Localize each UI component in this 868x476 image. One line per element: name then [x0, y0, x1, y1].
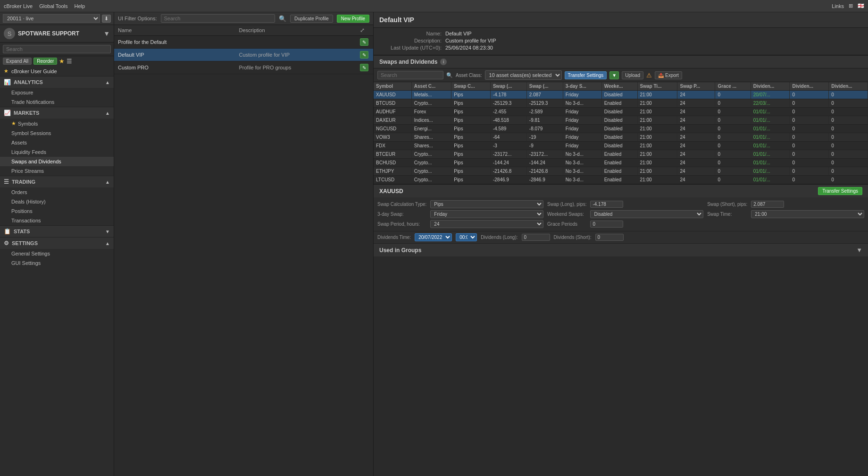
swaps-cell: Pips: [451, 125, 491, 133]
edit-btn-default[interactable]: ✎: [360, 38, 368, 46]
div-date-link[interactable]: 01/01/...: [753, 118, 770, 123]
sidebar-item-exposure[interactable]: Exposure: [0, 88, 114, 97]
swaps-row[interactable]: BCHUSDCrypto...Pips-144.24-144.24No 3-d.…: [374, 159, 868, 167]
sidebar-section-analytics[interactable]: 📊 ANALYTICS ▲: [0, 76, 114, 88]
sidebar-item-assets[interactable]: Assets: [0, 138, 114, 147]
swaps-row[interactable]: FDXShares...Pips-3-9FridayDisabled21:002…: [374, 142, 868, 150]
swaps-row[interactable]: DAXEURIndices...Pips-48.518-9.81FridayDi…: [374, 116, 868, 125]
grid-icon[interactable]: ⊞: [849, 3, 853, 9]
div-date-link[interactable]: 01/01/...: [753, 177, 770, 182]
div-date-link[interactable]: 01/01/...: [753, 135, 770, 140]
swaps-cell: 01/01/...: [751, 116, 790, 125]
sidebar-item-transactions[interactable]: Transactions: [0, 216, 114, 225]
account-select[interactable]: 20011 · live: [3, 14, 100, 23]
swaps-cell: 0: [829, 91, 868, 99]
weekend-swaps-select[interactable]: Disabled: [590, 210, 703, 218]
swaps-row[interactable]: BTCUSDCrypto...Pips-25129.3-25129.3No 3-…: [374, 99, 868, 108]
symbol-transfer-btn[interactable]: Transfer Settings: [818, 187, 862, 195]
swap-time-select[interactable]: 21:00: [751, 210, 864, 218]
asset-class-select[interactable]: 10 asset class(es) selected: [485, 70, 562, 80]
swaps-cell: -2846.9: [490, 176, 526, 184]
swaps-row[interactable]: XAUUSDMetals...Pips-4.1782.087FridayDisa…: [374, 91, 868, 99]
sidebar-item-liquidity-feeds[interactable]: Liquidity Feeds: [0, 147, 114, 157]
symbol-detail-title: XAUUSD: [379, 188, 403, 195]
swaps-row[interactable]: ETHJPYCrypto...Pips-21426.8-21426.8No 3-…: [374, 167, 868, 176]
sidebar-section-markets[interactable]: 📈 MARKETS ▲: [0, 107, 114, 119]
sidebar-item-symbols[interactable]: ★ Symbols: [0, 119, 114, 128]
links-button[interactable]: Links: [832, 3, 844, 9]
sidebar-section-settings[interactable]: ⚙ SETTINGS ▲: [0, 237, 114, 249]
expand-all-button[interactable]: Expand All: [3, 58, 32, 65]
grace-input[interactable]: [590, 221, 623, 228]
swap-calc-select[interactable]: Pips: [430, 200, 543, 208]
div-date-link[interactable]: 01/01/...: [753, 160, 770, 165]
flag-icon[interactable]: 🏴󠁧󠁢󠁥󠁮󠁧󠁿: [858, 3, 864, 9]
swaps-cell: -23172...: [490, 150, 526, 159]
transfer-settings-button[interactable]: Transfer Settings: [565, 71, 607, 79]
transfer-settings-dropdown-btn[interactable]: ▼: [609, 71, 619, 79]
swap-period-select[interactable]: 24: [430, 220, 543, 228]
menu-item-help[interactable]: Help: [74, 3, 85, 9]
sidebar-section-trading[interactable]: ☰ TRADING ▲: [0, 176, 114, 187]
div-time-select[interactable]: 00:00: [456, 233, 477, 241]
grace-label: Grace Periods: [547, 221, 586, 227]
swap-short-input[interactable]: [751, 201, 784, 208]
sidebar-item-general-settings[interactable]: General Settings: [0, 249, 114, 258]
div-short-input[interactable]: [595, 234, 624, 241]
div-date-link[interactable]: 01/01/...: [753, 109, 770, 114]
swaps-row[interactable]: VOW3Shares...Pips-64-19FridayDisabled21:…: [374, 133, 868, 142]
menu-item-global-tools[interactable]: Global Tools: [39, 3, 67, 9]
sidebar-item-user-guide[interactable]: ★ cBroker User Guide: [0, 66, 114, 76]
menu-item-cbroker[interactable]: cBroker Live: [4, 3, 33, 9]
edit-btn-vip[interactable]: ✎: [360, 51, 368, 59]
swap-long-input[interactable]: [590, 201, 623, 208]
div-date-link[interactable]: 20/07/...: [753, 92, 770, 97]
sidebar-section-stats[interactable]: 📋 STATS ▼: [0, 225, 114, 237]
swaps-row[interactable]: BTCEURCrypto...Pips-23172...-23172...No …: [374, 150, 868, 159]
div-date-link[interactable]: 22/03/...: [753, 101, 770, 106]
three-day-select[interactable]: Friday: [430, 210, 543, 218]
profile-search-btn[interactable]: 🔍: [279, 15, 286, 22]
duplicate-profile-button[interactable]: Duplicate Profile: [290, 15, 333, 23]
swaps-cell: ETHJPY: [374, 167, 411, 176]
div-date-link[interactable]: 01/01/...: [753, 152, 770, 157]
div-long-input[interactable]: [522, 234, 550, 241]
export-button[interactable]: 📤 Export: [655, 71, 682, 79]
expand-table-btn[interactable]: ⤢: [360, 27, 365, 34]
profile-expand-btn[interactable]: ▼: [103, 30, 110, 37]
edit-btn-pro[interactable]: ✎: [360, 64, 368, 71]
profile-row-vip[interactable]: Default VIP Custom profile for VIP ✎: [114, 49, 373, 61]
profile-row-default[interactable]: Profile for the Default ✎: [114, 36, 373, 49]
new-profile-button[interactable]: New Profile: [337, 15, 369, 23]
div-date-link[interactable]: 01/01/...: [753, 126, 770, 131]
profile-search-input[interactable]: [161, 14, 275, 23]
reorder-button[interactable]: Reorder: [33, 58, 57, 65]
swaps-row[interactable]: AUDHUFForexPips-2.455-2.589FridayDisable…: [374, 108, 868, 116]
sidebar-item-symbol-sessions[interactable]: Symbol Sessions: [0, 128, 114, 138]
swaps-cell: Pips: [451, 108, 491, 116]
used-in-groups-collapse-btn[interactable]: ▼: [856, 246, 862, 254]
sidebar-item-deals-history[interactable]: Deals (History): [0, 197, 114, 206]
sidebar-item-orders[interactable]: Orders: [0, 187, 114, 197]
star-filter-button[interactable]: ★: [59, 58, 65, 65]
sidebar-item-gui-settings[interactable]: GUI Settings: [0, 258, 114, 268]
upload-button[interactable]: Upload: [622, 71, 643, 79]
swaps-row[interactable]: LTCUSDCrypto...Pips-2846.9-2846.9No 3-d.…: [374, 176, 868, 184]
warn-icon-button[interactable]: ⚠: [646, 72, 652, 79]
sidebar-item-price-streams[interactable]: Price Streams: [0, 166, 114, 176]
swaps-search-input[interactable]: [377, 71, 443, 79]
swaps-row[interactable]: NGCUSDEnergi...Pips-4.589-8.079FridayDis…: [374, 125, 868, 133]
sidebar-item-swaps-dividends[interactable]: Swaps and Dividends: [0, 157, 114, 166]
swaps-cell: No 3-d...: [563, 167, 601, 176]
div-date-link[interactable]: 01/01/...: [753, 169, 770, 174]
symbol-detail-grid: Swap Calculation Type: Pips Swap (Long),…: [374, 197, 868, 231]
sidebar-item-positions[interactable]: Positions: [0, 206, 114, 216]
div-date-link[interactable]: 01/01/...: [753, 143, 770, 148]
sidebar-search-input[interactable]: [3, 45, 111, 53]
div-short-label: Dividends (Short):: [554, 235, 592, 240]
profile-row-pro[interactable]: Custom PRO Profile for PRO groups ✎: [114, 61, 373, 74]
div-date-select[interactable]: 20/07/2022: [415, 233, 452, 241]
list-view-button[interactable]: ☰: [67, 58, 72, 65]
account-download-btn[interactable]: ⬇: [102, 15, 111, 23]
sidebar-item-trade-notifications[interactable]: Trade Notifications: [0, 97, 114, 107]
